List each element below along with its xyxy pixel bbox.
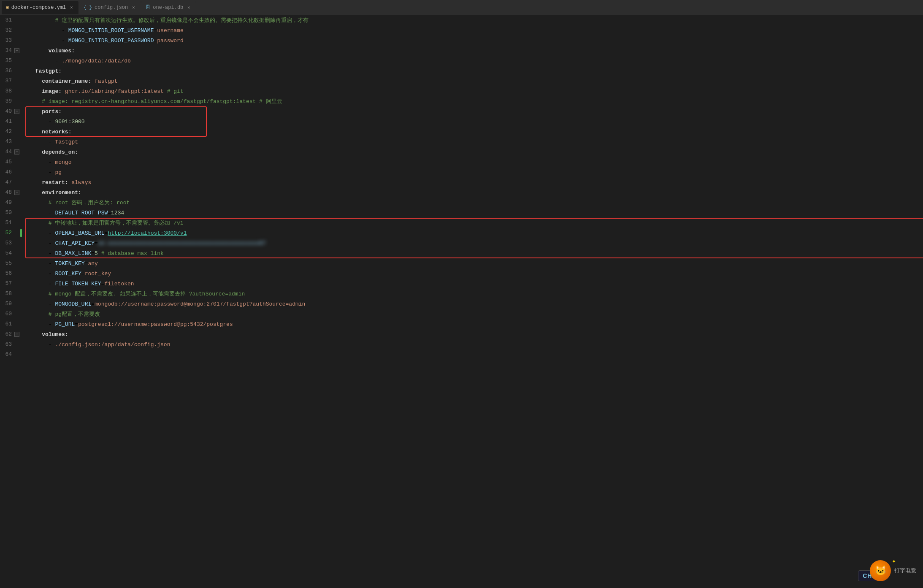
- ln-55: 55: [0, 258, 17, 268]
- code-text-50: - DEFAULT_ROOT_PSW=1234: [29, 210, 124, 216]
- ln-40[interactable]: 40−: [0, 106, 17, 117]
- code-line-35: - ./mongo/data:/data/db: [29, 56, 923, 66]
- green-indicator: [20, 229, 22, 237]
- tab-one-api-db-label: one-api.db: [153, 5, 183, 11]
- code-text-64: [29, 352, 49, 358]
- tab-bar: ▣ docker-compose.yml ✕ { } config.json ✕…: [0, 0, 923, 15]
- code-text-45: - mongo: [29, 159, 71, 165]
- code-line-37: container_name: fastgpt: [29, 76, 923, 86]
- ln-41: 41: [0, 117, 17, 127]
- code-text-40: ports:: [29, 108, 62, 115]
- code-text-53: - CHAT_API_KEY=sk-xxxxxxxxxxxxxxxxxxxxxx…: [29, 240, 266, 247]
- code-text-41: - 9091:3000: [29, 119, 85, 125]
- fold-40[interactable]: −: [14, 109, 19, 114]
- code-text-56: - ROOT_KEY=root_key: [29, 271, 111, 277]
- ln-61: 61: [0, 319, 17, 329]
- tab-docker-compose[interactable]: ▣ docker-compose.yml ✕: [2, 1, 78, 14]
- ln-52: 52: [0, 228, 17, 238]
- code-line-38: image: ghcr.io/labring/fastgpt:latest # …: [29, 86, 923, 96]
- ln-58: 58: [0, 289, 17, 299]
- code-line-53: - CHAT_API_KEY=sk-xxxxxxxxxxxxxxxxxxxxxx…: [29, 238, 923, 248]
- code-line-61: - PG_URL=postgresql://username:password@…: [29, 319, 923, 329]
- code-text-63: - ./config.json:/app/data/config.json: [29, 341, 170, 348]
- code-line-57: - FILE_TOKEN_KEY=filetoken: [29, 279, 923, 289]
- code-line-43: - fastgpt: [29, 137, 923, 147]
- ln-59: 59: [0, 299, 17, 309]
- code-line-56: - ROOT_KEY=root_key: [29, 268, 923, 279]
- code-text-33: - MONGO_INITDB_ROOT_PASSWORD=password: [29, 38, 184, 44]
- tab-one-api-db[interactable]: 🗄 one-api.db ✕: [141, 1, 196, 14]
- code-line-44: depends_on:: [29, 147, 923, 157]
- ln-64: 64: [0, 350, 17, 360]
- code-text-35: - ./mongo/data:/data/db: [29, 58, 131, 64]
- ln-48[interactable]: 48−: [0, 187, 17, 198]
- editor: 31 32 33 34− 35 36 37 38 39 40− 41 42 43…: [0, 15, 923, 360]
- ln-53: 53: [0, 238, 17, 248]
- ln-49: 49: [0, 198, 17, 208]
- tab-config-json-label: config.json: [95, 5, 128, 11]
- code-text-42: networks:: [29, 129, 71, 135]
- ln-34[interactable]: 34−: [0, 46, 17, 56]
- ln-57: 57: [0, 279, 17, 289]
- code-text-31: # 这里的配置只有首次运行生效。修改后，重启镜像是不会生效的。需要把持久化数据删…: [29, 16, 309, 24]
- ln-44[interactable]: 44−: [0, 147, 17, 157]
- ln-33: 33: [0, 35, 17, 46]
- ln-38: 38: [0, 86, 17, 96]
- ln-50: 50: [0, 208, 17, 218]
- ports-box-container: ports: - 9091:3000 networks:: [29, 106, 923, 137]
- ln-63: 63: [0, 339, 17, 350]
- code-text-54: - DB_MAX_LINK=5 # database max link: [29, 250, 164, 257]
- code-line-42: networks:: [29, 127, 923, 137]
- ln-54: 54: [0, 248, 17, 258]
- tab-docker-compose-close[interactable]: ✕: [68, 5, 74, 11]
- code-line-31: # 这里的配置只有首次运行生效。修改后，重启镜像是不会生效的。需要把持久化数据删…: [29, 15, 923, 25]
- env-box-container: # 中转地址，如果是用官方号，不需要管。务必加 /v1 - OPENAI_BAS…: [29, 218, 923, 258]
- ln-36: 36: [0, 66, 17, 76]
- code-text-44: depends_on:: [29, 149, 78, 155]
- code-text-46: - pg: [29, 169, 62, 176]
- code-text-36: fastgpt:: [29, 68, 62, 74]
- code-text-37: container_name: fastgpt: [29, 78, 118, 84]
- code-line-48: environment:: [29, 187, 923, 198]
- ln-31: 31: [0, 15, 17, 25]
- code-text-38: image: ghcr.io/labring/fastgpt:latest # …: [29, 88, 184, 95]
- fold-34[interactable]: −: [14, 48, 19, 53]
- code-text-49: # root 密码，用户名为: root: [29, 199, 130, 206]
- code-line-34: volumes:: [29, 46, 923, 56]
- code-text-47: restart: always: [29, 179, 91, 186]
- code-line-41: - 9091:3000: [29, 117, 923, 127]
- tab-config-json-close[interactable]: ✕: [130, 5, 136, 11]
- code-line-64: [29, 350, 923, 360]
- ln-32: 32: [0, 25, 17, 35]
- code-line-50: - DEFAULT_ROOT_PSW=1234: [29, 208, 923, 218]
- code-line-36: fastgpt:: [29, 66, 923, 76]
- fold-48[interactable]: −: [14, 190, 19, 195]
- code-text-39: # image: registry.cn-hangzhou.aliyuncs.c…: [29, 98, 282, 105]
- code-line-55: - TOKEN_KEY=any: [29, 258, 923, 268]
- code-line-46: - pg: [29, 167, 923, 177]
- code-text-58: # mongo 配置，不需要改. 如果连不上，可能需要去掉 ?authSourc…: [29, 290, 245, 298]
- code-line-59: - MONGODB_URI=mongodb://username:passwor…: [29, 299, 923, 309]
- code-text-60: # pg配置，不需要改: [29, 310, 100, 318]
- ln-62[interactable]: 62−: [0, 329, 17, 339]
- ln-35: 35: [0, 56, 17, 66]
- fold-44[interactable]: −: [14, 149, 19, 154]
- ln-39: 39: [0, 96, 17, 106]
- code-line-33: - MONGO_INITDB_ROOT_PASSWORD=password: [29, 35, 923, 46]
- code-line-54: - DB_MAX_LINK=5 # database max link: [29, 248, 923, 258]
- code-text-55: - TOKEN_KEY=any: [29, 260, 98, 267]
- code-text-61: - PG_URL=postgresql://username:password@…: [29, 321, 233, 328]
- fold-62[interactable]: −: [14, 332, 19, 337]
- line-numbers: 31 32 33 34− 35 36 37 38 39 40− 41 42 43…: [0, 15, 20, 360]
- code-line-40: ports:: [29, 106, 923, 117]
- ln-56: 56: [0, 268, 17, 279]
- code-line-49: # root 密码，用户名为: root: [29, 198, 923, 208]
- ln-45: 45: [0, 157, 17, 167]
- code-line-45: - mongo: [29, 157, 923, 167]
- ln-47: 47: [0, 177, 17, 187]
- code-text-43: - fastgpt: [29, 139, 78, 145]
- tab-one-api-db-close[interactable]: ✕: [186, 5, 192, 11]
- tab-config-json[interactable]: { } config.json ✕: [79, 1, 141, 14]
- ln-60: 60: [0, 309, 17, 319]
- code-text-59: - MONGODB_URI=mongodb://username:passwor…: [29, 301, 305, 307]
